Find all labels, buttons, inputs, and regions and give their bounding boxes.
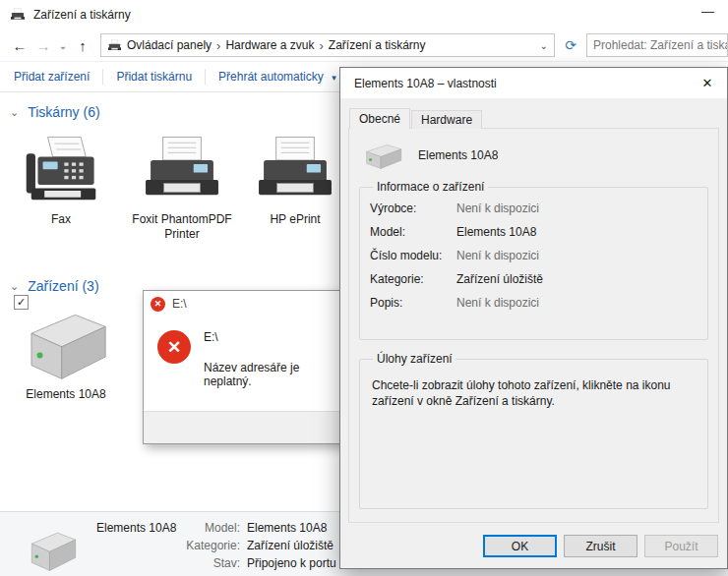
info-label: Výrobce: (370, 202, 456, 215)
info-value: Elements 10A8 (456, 225, 698, 239)
printer-icon (241, 130, 349, 206)
error-dialog-titlebar: ✕ E:\ (144, 291, 350, 317)
device-item-elements-10a8[interactable]: ✓ Elements 10A8 (8, 293, 124, 415)
search-placeholder: Prohledat: Zařízení a tiskárny (593, 38, 728, 52)
dialog-titlebar: Elements 10A8 – vlastnosti ✕ (340, 68, 727, 98)
x-glyph: ✕ (167, 337, 181, 358)
error-dialog: ✕ E:\ ✕ E:\ Název adresáře je neplatný. (143, 290, 351, 444)
toolbar-divider (205, 69, 206, 85)
info-value: Není k dispozici (456, 249, 698, 262)
drive-icon (361, 141, 404, 170)
detail-label: Model: (177, 521, 240, 535)
address-bar[interactable]: Ovládací panely › Hardware a zvuk › Zaří… (100, 33, 555, 57)
devices-section-title: Zařízení (3) (28, 278, 98, 294)
devices-section-header[interactable]: ⌄ Zařízení (3) (10, 278, 99, 294)
printer-label: Fax (7, 212, 115, 227)
breadcrumb-item-devices-printers[interactable]: Zařízení a tiskárny (329, 38, 426, 52)
devices-and-printers-window: Zařízení a tiskárny — ← → ⌄ ↑ Ovládací p… (0, 0, 728, 576)
toolbar-divider (102, 69, 103, 85)
collapse-section-icon[interactable]: ⌄ (10, 280, 19, 293)
properties-dialog: Elements 10A8 – vlastnosti ✕ Obecné Hard… (339, 67, 728, 569)
selection-checkbox[interactable]: ✓ (14, 295, 29, 310)
up-button[interactable]: ↑ (71, 37, 94, 54)
window-title: Zařízení a tiskárny (33, 8, 131, 22)
ok-button[interactable]: OK (483, 535, 557, 557)
cancel-button[interactable]: Zrušit (564, 535, 637, 557)
breadcrumb-item-control-panel[interactable]: Ovládací panely (127, 38, 212, 52)
error-dialog-title: E:\ (172, 297, 187, 311)
device-tasks-group-title: Úlohy zařízení (373, 352, 456, 366)
external-drive-icon (8, 301, 124, 385)
apply-button[interactable]: Použít (644, 535, 718, 557)
printer-label: HP ePrint (241, 212, 349, 227)
add-printer-button[interactable]: Přidat tiskárnu (116, 70, 192, 84)
tab-hardware[interactable]: Hardware (411, 110, 482, 129)
printer-icon (128, 130, 236, 206)
device-info-group-title: Informace o zařízení (373, 180, 488, 194)
check-icon: ✓ (17, 297, 26, 308)
window-titlebar: Zařízení a tiskárny — (0, 0, 728, 29)
printer-item-fax[interactable]: Fax (7, 130, 115, 227)
error-icon: ✕ (151, 297, 165, 312)
device-info-group: Informace o zařízení Výrobce: Není k dis… (359, 180, 708, 340)
minimize-button[interactable]: — (701, 4, 714, 19)
location-icon (107, 39, 122, 52)
dialog-buttons: OK Zrušit Použít (483, 535, 718, 557)
device-label: Elements 10A8 (8, 387, 124, 402)
error-dialog-footer (144, 411, 350, 443)
error-heading: E:\ (204, 330, 340, 344)
search-input[interactable]: Prohledat: Zařízení a tiskárny (586, 33, 728, 57)
add-device-button[interactable]: Přidat zařízení (14, 70, 90, 84)
dialog-title: Elements 10A8 – vlastnosti (354, 77, 497, 90)
recent-locations-dropdown-icon[interactable]: ⌄ (55, 40, 71, 51)
breadcrumb-separator-icon[interactable]: › (319, 38, 323, 53)
app-icon (10, 8, 26, 22)
error-message: Název adresáře je neplatný. (204, 361, 340, 388)
info-value: Zařízení úložiště (456, 272, 698, 286)
forward-button[interactable]: → (31, 37, 55, 54)
selected-device-name: Elements 10A8 (96, 521, 176, 535)
x-glyph: ✕ (154, 299, 162, 309)
breadcrumb-item-hardware-sound[interactable]: Hardware a zvuk (225, 38, 314, 52)
printers-section-title: Tiskárny (6) (28, 104, 99, 120)
dialog-tabs: Obecné Hardware (349, 108, 483, 129)
autoplay-button[interactable]: Přehrát automaticky ▾ (218, 70, 336, 84)
refresh-icon[interactable]: ⟳ (559, 37, 582, 53)
error-dialog-body: ✕ E:\ Název adresáře je neplatný. (144, 317, 350, 413)
tab-general[interactable]: Obecné (349, 108, 410, 129)
info-value: Není k dispozici (456, 202, 698, 215)
error-icon: ✕ (157, 330, 191, 364)
info-label: Kategorie: (370, 272, 456, 286)
printer-item-foxit[interactable]: Foxit PhantomPDF Printer (128, 130, 236, 242)
chevron-down-icon: ▾ (332, 73, 336, 83)
dialog-device-name: Elements 10A8 (418, 148, 498, 162)
breadcrumb-separator-icon[interactable]: › (216, 38, 220, 53)
info-label: Model: (370, 225, 456, 239)
device-header: Elements 10A8 (349, 129, 718, 176)
navigation-bar: ← → ⌄ ↑ Ovládací panely › Hardware a zvu… (0, 29, 728, 62)
fax-icon (7, 130, 115, 206)
printer-item-hp-eprint[interactable]: HP ePrint (241, 130, 349, 227)
collapse-section-icon[interactable]: ⌄ (10, 106, 19, 119)
device-tasks-text: Chcete-li zobrazit úlohy tohoto zařízení… (370, 374, 698, 409)
tab-page-general: Elements 10A8 Informace o zařízení Výrob… (348, 128, 719, 523)
info-label: Číslo modelu: (370, 249, 456, 262)
address-dropdown-icon[interactable]: ⌄ (540, 40, 548, 51)
autoplay-label: Přehrát automaticky (218, 70, 324, 84)
printers-section-header[interactable]: ⌄ Tiskárny (6) (10, 104, 100, 120)
printer-label: Foxit PhantomPDF Printer (128, 212, 236, 242)
drive-icon (24, 526, 81, 573)
device-tasks-group: Úlohy zařízení Chcete-li zobrazit úlohy … (359, 352, 708, 509)
info-label: Popis: (370, 296, 456, 310)
back-button[interactable]: ← (8, 37, 31, 54)
detail-label: Stav: (177, 556, 240, 570)
close-icon[interactable]: ✕ (688, 68, 727, 98)
detail-label: Kategorie: (177, 539, 240, 552)
info-value: Není k dispozici (456, 296, 698, 310)
